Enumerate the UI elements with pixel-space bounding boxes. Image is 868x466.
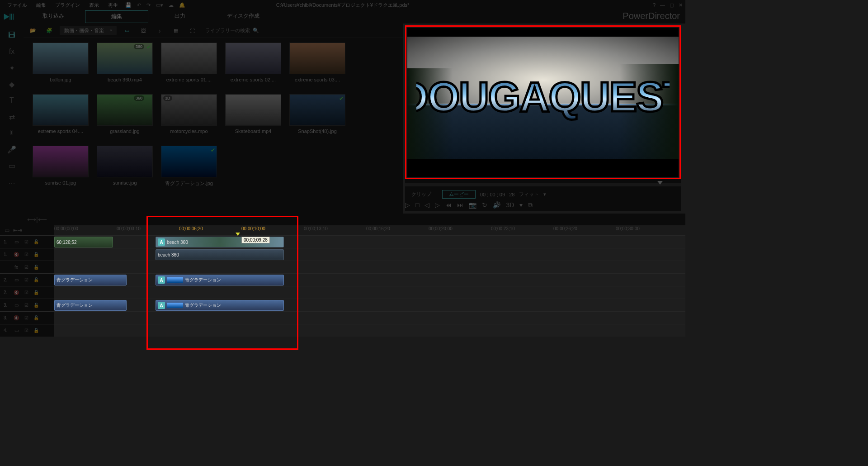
transition-room-icon[interactable]: ⇄ (0, 109, 24, 125)
filter-video-icon[interactable]: ▭ (121, 26, 133, 35)
undo-icon[interactable]: ↶ (134, 2, 144, 8)
media-thumb[interactable]: extreme sports 01.... (161, 43, 217, 82)
cloud-icon[interactable]: ☁ (166, 2, 176, 8)
track-lock-icon[interactable]: 🔓 (33, 290, 40, 295)
minimize-icon[interactable]: — (660, 2, 665, 8)
chapter-room-icon[interactable]: ▭ (0, 157, 24, 174)
track-lock-icon[interactable]: 🔓 (33, 315, 40, 320)
volume-icon[interactable]: 🔊 (493, 201, 500, 209)
media-room-icon[interactable]: 🎞 (0, 27, 24, 43)
media-thumb[interactable]: ballon.jpg (33, 43, 89, 82)
track-body[interactable]: beach 360 (54, 248, 685, 261)
track-visible-icon[interactable]: ☑ (23, 328, 30, 333)
save-icon[interactable]: 💾 (123, 2, 134, 8)
preview-scrubber[interactable] (405, 183, 681, 186)
track-visible-icon[interactable]: ☑ (23, 252, 30, 257)
mode-tab-編集[interactable]: 編集 (85, 10, 148, 23)
fit-dropdown[interactable]: フィット (519, 191, 539, 198)
movie-mode-tab[interactable]: ムービー (442, 190, 476, 199)
subtitle-room-icon[interactable]: … (0, 174, 24, 190)
timeline-clip[interactable]: A青グラデーション (156, 300, 284, 311)
mode-tab-ディスク作成[interactable]: ディスク作成 (212, 10, 275, 23)
search-icon[interactable]: 🔍 (253, 28, 259, 33)
filter-audio-icon[interactable]: ♪ (154, 26, 165, 35)
bell-icon[interactable]: 🔔 (176, 2, 188, 8)
menu-play[interactable]: 再生 (104, 2, 123, 9)
close-icon[interactable]: ✕ (679, 2, 683, 8)
grid-view-icon[interactable]: ▦ (170, 26, 182, 35)
clip-mode-tab[interactable]: クリップ (405, 190, 438, 198)
title-room-icon[interactable]: T (0, 92, 24, 109)
audio-room-icon[interactable]: 🎚 (0, 125, 24, 141)
media-thumb[interactable]: extreme sports 03.... (289, 43, 345, 82)
plugin-icon[interactable]: 🧩 (43, 26, 55, 35)
timeline-clip[interactable]: 60;126;52 (54, 237, 113, 247)
next-frame-icon[interactable]: ▷ (435, 201, 440, 209)
prev-frame-icon[interactable]: ◁ (425, 201, 429, 209)
track-visible-icon[interactable]: ☑ (23, 290, 30, 295)
import-icon[interactable]: 📂 (27, 26, 39, 35)
mode-tab-出力[interactable]: 出力 (148, 10, 212, 23)
maximize-icon[interactable]: ▢ (670, 2, 674, 8)
media-filter-dropdown[interactable]: 動画・画像・音楽 (60, 26, 117, 35)
media-thumb[interactable]: 3Dmotorcycles.mpo (161, 94, 217, 134)
timeline-view-icon[interactable]: ▭ (5, 227, 9, 233)
track-lock-icon[interactable]: 🔓 (33, 239, 40, 244)
media-thumb[interactable]: ✔青グラデーション.jpg (161, 146, 217, 187)
track-body[interactable]: 青グラデーションA青グラデーション (54, 299, 685, 311)
media-thumb[interactable]: extreme sports 02.... (225, 43, 281, 82)
track-visible-icon[interactable]: ☑ (23, 315, 30, 320)
menu-edit[interactable]: 編集 (32, 2, 51, 9)
expand-icon[interactable]: ⛶ (186, 26, 198, 35)
track-body[interactable] (54, 286, 685, 299)
redo-icon[interactable]: ↷ (144, 2, 153, 8)
voiceover-icon[interactable]: 🎤 (0, 141, 24, 157)
stop-icon[interactable]: □ (415, 201, 419, 209)
track-body[interactable] (54, 261, 685, 273)
media-thumb[interactable]: sunrise.jpg (97, 146, 153, 187)
forward-icon[interactable]: ⏭ (457, 201, 463, 209)
3d-toggle[interactable]: 3D (506, 201, 514, 209)
media-thumb[interactable]: Skateboard.mp4 (225, 94, 281, 134)
preview-viewport[interactable]: DOUGAQUEST (407, 28, 679, 177)
particle-room-icon[interactable]: ◆ (0, 76, 24, 92)
split-icon[interactable]: ⟷|⟵ (27, 216, 47, 223)
mode-tab-取り込み[interactable]: 取り込み (22, 10, 85, 23)
snap-icon[interactable]: ⇤⇥ (13, 227, 22, 233)
help-icon[interactable]: ? (653, 2, 656, 8)
media-thumb[interactable]: extreme sports 04.... (33, 94, 89, 134)
timeline-clip[interactable]: 青グラデーション (54, 300, 127, 311)
track-lock-icon[interactable]: 🔓 (33, 277, 40, 282)
track-body[interactable]: 青グラデーションA青グラデーション (54, 274, 685, 286)
media-thumb[interactable]: ✔SnapShot(48).jpg (289, 94, 345, 134)
snapshot-icon[interactable]: 📷 (469, 201, 476, 209)
menu-plugin[interactable]: プラグイン (51, 2, 85, 9)
popout-icon[interactable]: ⧉ (528, 201, 533, 209)
track-body[interactable]: 60;126;52Abeach 36000;00;09;28 (54, 236, 685, 248)
media-thumb[interactable]: ✔360beach 360.mp4 (97, 43, 153, 82)
loop-icon[interactable]: ↻ (482, 201, 487, 209)
track-visible-icon[interactable]: ☑ (23, 239, 30, 244)
timeline-clip[interactable]: beach 360 (156, 249, 284, 260)
timeline-clip[interactable]: A青グラデーション (156, 275, 284, 285)
fit-chevron-icon[interactable]: ▾ (543, 191, 546, 197)
aspect-icon[interactable]: ▭▾ (153, 2, 166, 8)
track-visible-icon[interactable]: ☑ (23, 277, 30, 282)
pip-room-icon[interactable]: ✦ (0, 60, 24, 76)
fx-room-icon[interactable]: fx (0, 43, 24, 60)
menu-file[interactable]: ファイル (3, 2, 32, 9)
play-icon[interactable]: ▷ (405, 201, 410, 209)
time-ruler[interactable]: 00;00;00;0000;00;03;1000;00;06;2000;00;1… (54, 225, 685, 235)
rewind-icon[interactable]: ⏮ (445, 201, 452, 209)
menu-view[interactable]: 表示 (85, 2, 104, 9)
track-lock-icon[interactable]: 🔓 (33, 265, 40, 270)
media-thumb[interactable]: sunrise 01.jpg (33, 146, 89, 187)
timeline-clip[interactable]: 青グラデーション (54, 275, 127, 285)
search-placeholder[interactable]: ライブラリーの検索 (205, 27, 250, 34)
track-lock-icon[interactable]: 🔓 (33, 252, 40, 257)
track-visible-icon[interactable]: ☑ (23, 265, 30, 270)
filter-image-icon[interactable]: 🖼 (137, 26, 149, 35)
track-visible-icon[interactable]: ☑ (23, 303, 30, 308)
media-thumb[interactable]: 360grassland.jpg (97, 94, 153, 134)
track-body[interactable] (54, 312, 685, 324)
